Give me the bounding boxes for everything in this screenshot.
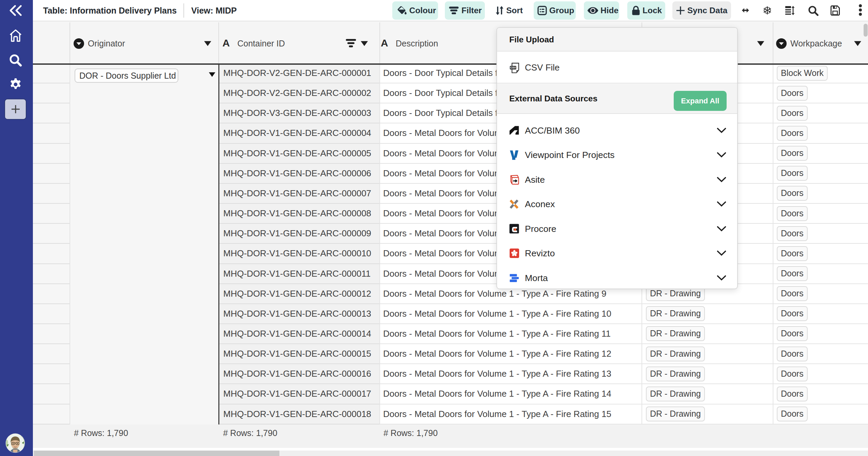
svg-text:CSV: CSV bbox=[510, 66, 516, 69]
